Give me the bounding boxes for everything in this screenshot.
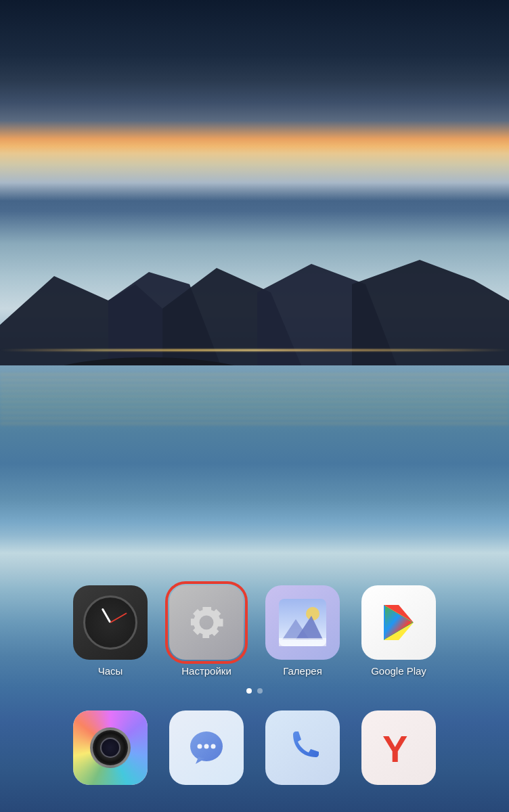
svg-point-20 [211,744,216,749]
clock-face [83,595,137,650]
city-lights [0,349,509,351]
svg-point-9 [306,607,319,621]
google-play-icon [378,602,419,643]
svg-point-19 [204,744,209,749]
dock-phone[interactable] [265,710,340,785]
app-settings[interactable]: Настройки [169,585,244,677]
clock-minute-hand [110,612,127,623]
app-google-play[interactable]: Google Play [361,585,436,677]
camera-lens-inner [100,738,120,758]
city-lights-reflection [0,374,509,428]
settings-label: Настройки [181,665,231,677]
camera-lens-outer [90,727,131,768]
dock-messages[interactable] [169,710,244,785]
clock-hour-hand [102,608,112,623]
app-grid: Часы Настройки [0,585,509,677]
messages-icon [183,725,229,771]
dot-page-2 [257,688,263,694]
dock-camera[interactable] [73,710,148,785]
gallery-svg-icon [279,599,326,646]
svg-point-18 [198,744,202,749]
clock-label: Часы [98,665,123,677]
dock-browser[interactable]: Y [361,710,436,785]
app-gallery[interactable]: Галерея [265,585,340,677]
browser-icon: Y [376,725,422,771]
settings-icon-bg [169,585,244,660]
page-indicator [0,688,509,694]
gear-icon [183,599,230,646]
play-icon-bg [361,585,436,660]
gallery-label: Галерея [283,665,322,677]
svg-text:Y: Y [382,727,407,770]
clock-icon-bg [73,585,148,660]
gallery-icon-bg [265,585,340,660]
dock: Y [0,710,509,785]
app-clock[interactable]: Часы [73,585,148,677]
phone-icon [280,725,326,771]
svg-rect-12 [279,638,326,646]
dot-page-1 [246,688,252,694]
google-play-label: Google Play [371,665,426,677]
